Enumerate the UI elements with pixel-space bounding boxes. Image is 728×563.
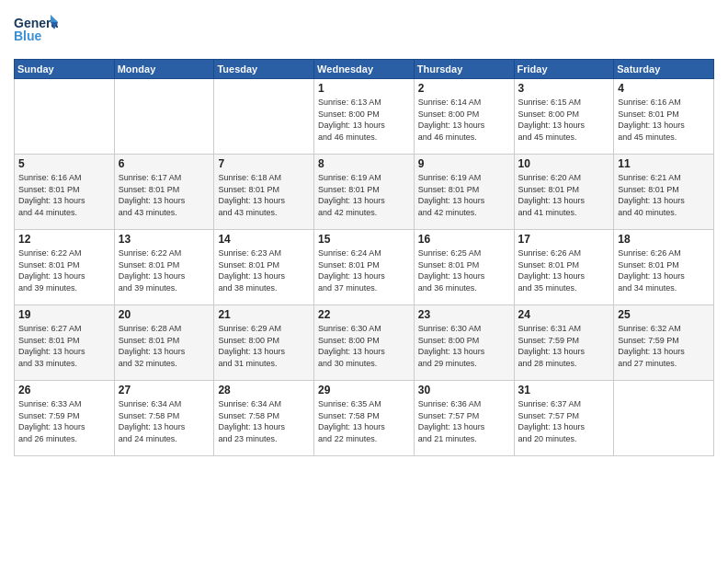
week-row-2: 5Sunrise: 6:16 AM Sunset: 8:01 PM Daylig… [15,155,714,230]
calendar-cell: 7Sunrise: 6:18 AM Sunset: 8:01 PM Daylig… [214,155,314,230]
day-number: 28 [218,384,310,396]
day-number: 22 [318,308,410,321]
calendar-cell: 24Sunrise: 6:31 AM Sunset: 7:59 PM Dayli… [514,305,614,381]
day-info: Sunrise: 6:13 AM Sunset: 8:00 PM Dayligh… [318,97,410,143]
calendar-cell: 19Sunrise: 6:27 AM Sunset: 8:01 PM Dayli… [15,305,115,381]
day-number: 13 [119,233,210,246]
logo: General Blue [14,13,58,53]
day-number: 11 [618,157,710,170]
day-number: 23 [418,308,510,321]
day-info: Sunrise: 6:22 AM Sunset: 8:01 PM Dayligh… [119,247,210,293]
week-row-4: 19Sunrise: 6:27 AM Sunset: 8:01 PM Dayli… [15,305,714,381]
weekday-header-friday: Friday [514,60,614,79]
day-number: 31 [518,384,610,396]
weekday-header-row: SundayMondayTuesdayWednesdayThursdayFrid… [15,60,714,79]
day-number: 18 [618,233,710,246]
day-number: 6 [119,157,210,170]
day-info: Sunrise: 6:15 AM Sunset: 8:00 PM Dayligh… [518,97,610,143]
day-info: Sunrise: 6:24 AM Sunset: 8:01 PM Dayligh… [318,247,410,293]
calendar-cell: 6Sunrise: 6:17 AM Sunset: 8:01 PM Daylig… [114,155,214,230]
day-number: 3 [518,82,610,95]
day-info: Sunrise: 6:26 AM Sunset: 8:01 PM Dayligh… [618,247,710,293]
day-number: 5 [18,157,110,170]
calendar-cell: 22Sunrise: 6:30 AM Sunset: 8:00 PM Dayli… [314,305,415,381]
calendar-cell [114,79,214,155]
logo-icon: General Blue [14,13,58,50]
day-info: Sunrise: 6:14 AM Sunset: 8:00 PM Dayligh… [418,97,510,143]
day-number: 7 [218,157,310,170]
day-info: Sunrise: 6:18 AM Sunset: 8:01 PM Dayligh… [218,172,310,218]
calendar-cell: 31Sunrise: 6:37 AM Sunset: 7:57 PM Dayli… [514,381,614,456]
day-info: Sunrise: 6:20 AM Sunset: 8:01 PM Dayligh… [518,172,610,218]
day-info: Sunrise: 6:26 AM Sunset: 8:01 PM Dayligh… [518,247,610,293]
day-info: Sunrise: 6:23 AM Sunset: 8:01 PM Dayligh… [218,247,310,293]
calendar-cell: 12Sunrise: 6:22 AM Sunset: 8:01 PM Dayli… [15,230,115,305]
calendar-cell: 5Sunrise: 6:16 AM Sunset: 8:01 PM Daylig… [15,155,115,230]
calendar-cell: 26Sunrise: 6:33 AM Sunset: 7:59 PM Dayli… [15,381,115,456]
day-number: 21 [218,308,310,321]
day-info: Sunrise: 6:16 AM Sunset: 8:01 PM Dayligh… [618,97,710,143]
calendar-cell: 30Sunrise: 6:36 AM Sunset: 7:57 PM Dayli… [414,381,514,456]
day-number: 16 [418,233,510,246]
day-info: Sunrise: 6:19 AM Sunset: 8:01 PM Dayligh… [318,172,410,218]
day-number: 26 [18,384,110,396]
weekday-header-tuesday: Tuesday [214,60,314,79]
page: General Blue SundayMondayTuesdayWednesda… [0,0,728,563]
calendar-cell: 2Sunrise: 6:14 AM Sunset: 8:00 PM Daylig… [414,79,514,155]
day-info: Sunrise: 6:30 AM Sunset: 8:00 PM Dayligh… [418,323,510,369]
svg-text:Blue: Blue [14,29,42,43]
day-number: 2 [418,82,510,95]
day-number: 15 [318,233,410,246]
day-info: Sunrise: 6:37 AM Sunset: 7:57 PM Dayligh… [518,398,610,444]
calendar-cell: 27Sunrise: 6:34 AM Sunset: 7:58 PM Dayli… [114,381,214,456]
day-number: 4 [618,82,710,95]
calendar-cell: 29Sunrise: 6:35 AM Sunset: 7:58 PM Dayli… [314,381,415,456]
calendar-cell: 18Sunrise: 6:26 AM Sunset: 8:01 PM Dayli… [614,230,714,305]
calendar-cell [214,79,314,155]
calendar-table: SundayMondayTuesdayWednesdayThursdayFrid… [14,59,714,456]
calendar-cell: 16Sunrise: 6:25 AM Sunset: 8:01 PM Dayli… [414,230,514,305]
week-row-1: 1Sunrise: 6:13 AM Sunset: 8:00 PM Daylig… [15,79,714,155]
day-info: Sunrise: 6:32 AM Sunset: 7:59 PM Dayligh… [618,323,710,369]
day-number: 12 [18,233,110,246]
day-number: 14 [218,233,310,246]
week-row-5: 26Sunrise: 6:33 AM Sunset: 7:59 PM Dayli… [15,381,714,456]
day-number: 1 [318,82,410,95]
calendar-cell: 25Sunrise: 6:32 AM Sunset: 7:59 PM Dayli… [614,305,714,381]
calendar-cell: 9Sunrise: 6:19 AM Sunset: 8:01 PM Daylig… [414,155,514,230]
day-info: Sunrise: 6:19 AM Sunset: 8:01 PM Dayligh… [418,172,510,218]
weekday-header-sunday: Sunday [15,60,115,79]
day-info: Sunrise: 6:33 AM Sunset: 7:59 PM Dayligh… [18,398,110,444]
day-number: 8 [318,157,410,170]
calendar-cell: 10Sunrise: 6:20 AM Sunset: 8:01 PM Dayli… [514,155,614,230]
calendar-cell: 11Sunrise: 6:21 AM Sunset: 8:01 PM Dayli… [614,155,714,230]
calendar-cell: 21Sunrise: 6:29 AM Sunset: 8:00 PM Dayli… [214,305,314,381]
calendar-cell: 8Sunrise: 6:19 AM Sunset: 8:01 PM Daylig… [314,155,415,230]
weekday-header-wednesday: Wednesday [314,60,415,79]
calendar-cell [15,79,115,155]
calendar-cell: 14Sunrise: 6:23 AM Sunset: 8:01 PM Dayli… [214,230,314,305]
week-row-3: 12Sunrise: 6:22 AM Sunset: 8:01 PM Dayli… [15,230,714,305]
weekday-header-thursday: Thursday [414,60,514,79]
calendar-cell: 4Sunrise: 6:16 AM Sunset: 8:01 PM Daylig… [614,79,714,155]
day-info: Sunrise: 6:34 AM Sunset: 7:58 PM Dayligh… [218,398,310,444]
day-info: Sunrise: 6:17 AM Sunset: 8:01 PM Dayligh… [119,172,210,218]
day-number: 29 [318,384,410,396]
day-info: Sunrise: 6:31 AM Sunset: 7:59 PM Dayligh… [518,323,610,369]
day-info: Sunrise: 6:21 AM Sunset: 8:01 PM Dayligh… [618,172,710,218]
day-number: 25 [618,308,710,321]
day-info: Sunrise: 6:34 AM Sunset: 7:58 PM Dayligh… [119,398,210,444]
day-info: Sunrise: 6:29 AM Sunset: 8:00 PM Dayligh… [218,323,310,369]
day-number: 27 [119,384,210,396]
day-info: Sunrise: 6:27 AM Sunset: 8:01 PM Dayligh… [18,323,110,369]
calendar-cell: 23Sunrise: 6:30 AM Sunset: 8:00 PM Dayli… [414,305,514,381]
day-number: 10 [518,157,610,170]
day-info: Sunrise: 6:22 AM Sunset: 8:01 PM Dayligh… [18,247,110,293]
day-info: Sunrise: 6:28 AM Sunset: 8:01 PM Dayligh… [119,323,210,369]
calendar-cell: 3Sunrise: 6:15 AM Sunset: 8:00 PM Daylig… [514,79,614,155]
day-number: 20 [119,308,210,321]
weekday-header-monday: Monday [114,60,214,79]
day-info: Sunrise: 6:16 AM Sunset: 8:01 PM Dayligh… [18,172,110,218]
day-number: 24 [518,308,610,321]
calendar-cell: 20Sunrise: 6:28 AM Sunset: 8:01 PM Dayli… [114,305,214,381]
